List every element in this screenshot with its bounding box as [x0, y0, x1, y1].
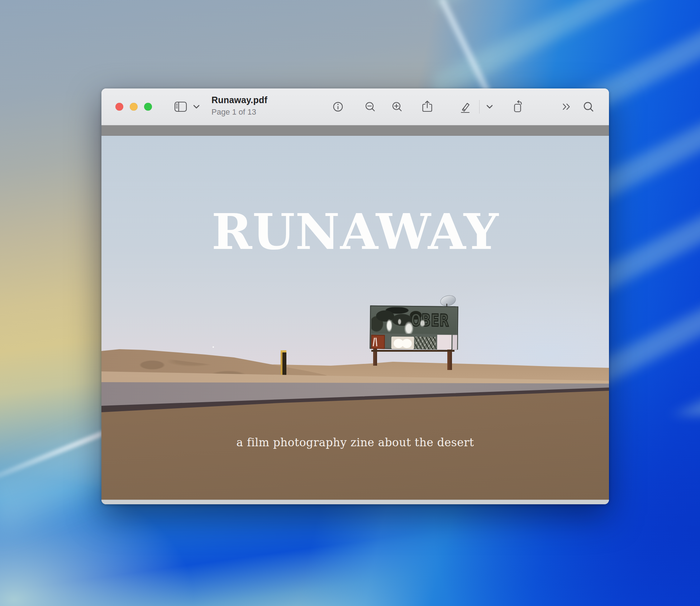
page-indicator: Page 1 of 13 [211, 108, 267, 116]
window-title: Runaway.pdf [211, 96, 267, 105]
preview-window: Runaway.pdf Page 1 of 13 [101, 88, 609, 504]
toolbar-divider [479, 100, 480, 114]
sidebar-toggle-button[interactable] [174, 101, 187, 112]
traffic-light-close-button[interactable] [115, 103, 123, 111]
share-button[interactable] [421, 100, 434, 114]
toolbar-overflow-button[interactable] [560, 100, 573, 113]
satellite-dish [439, 294, 457, 308]
photo-bollard-post [281, 350, 286, 375]
markup-menu-button[interactable] [486, 104, 493, 109]
billboard-cross-rail [371, 350, 454, 352]
window-title-block: Runaway.pdf Page 1 of 13 [211, 96, 267, 116]
billboard-red-sign [371, 335, 385, 349]
chevron-down-icon [486, 105, 493, 109]
traffic-light-minimize-button[interactable] [130, 103, 138, 111]
billboard-paint-splashes [371, 307, 457, 334]
double-chevron-right-icon [560, 101, 572, 113]
zoom-in-button[interactable] [391, 100, 404, 113]
search-icon [582, 100, 595, 113]
info-button[interactable] [332, 100, 344, 113]
window-bottom-edge [101, 500, 609, 504]
photo-billboard: OBER [370, 295, 459, 372]
info-icon [332, 100, 344, 113]
chevron-down-icon [193, 105, 200, 109]
markup-pencil-icon [459, 101, 472, 114]
rotate-left-icon [512, 100, 524, 113]
billboard-edge-sliver [452, 335, 457, 350]
pdf-cover-subtitle: a film photography zine about the desert [101, 436, 609, 449]
billboard-white-patch-left [391, 336, 414, 349]
pdf-page-photo: OBER RUNAWAY a film photography zine abo… [101, 136, 609, 500]
magnifier-plus-icon [391, 100, 404, 113]
view-menu-button[interactable] [193, 104, 200, 109]
billboard-panel: OBER [370, 306, 458, 350]
search-button[interactable] [582, 100, 595, 113]
share-icon [421, 100, 434, 114]
billboard-scribble-patch [415, 337, 435, 350]
photo-star-speck [213, 346, 214, 348]
rotate-button[interactable] [511, 100, 524, 114]
magnifier-minus-icon [364, 100, 377, 113]
billboard-white-patch-right [437, 335, 451, 350]
window-titlebar: Runaway.pdf Page 1 of 13 [101, 88, 609, 125]
sidebar-icon [174, 101, 187, 112]
pdf-cover-title: RUNAWAY [101, 207, 609, 256]
desktop: Runaway.pdf Page 1 of 13 [0, 0, 700, 606]
document-background-strip [101, 125, 609, 136]
markup-button[interactable] [459, 100, 472, 114]
traffic-light-zoom-button[interactable] [144, 103, 152, 111]
zoom-out-button[interactable] [364, 100, 377, 113]
